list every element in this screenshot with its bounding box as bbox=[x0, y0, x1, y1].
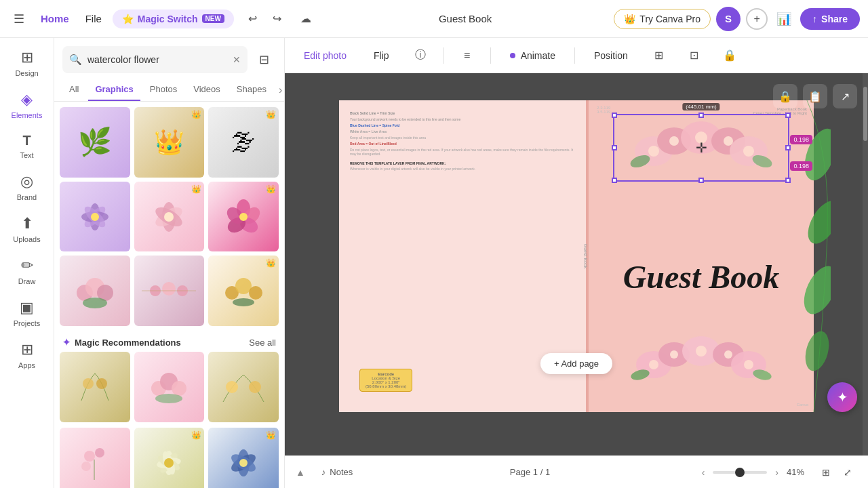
position-label: Position bbox=[594, 50, 628, 61]
premium-crown-icon: 👑 bbox=[191, 184, 201, 194]
tab-all[interactable]: All bbox=[62, 79, 85, 101]
filter-button[interactable]: ⊟ bbox=[252, 47, 276, 72]
title-area bbox=[322, 10, 608, 27]
search-clear-button[interactable]: ✕ bbox=[233, 54, 241, 65]
share-button[interactable]: ↑ Share bbox=[800, 8, 860, 30]
lock-button[interactable]: 🔒 bbox=[717, 43, 742, 68]
zoom-in-arrow[interactable]: › bbox=[772, 464, 781, 481]
element-item[interactable]: 🌫 👑 bbox=[208, 107, 279, 178]
sidebar-item-draw-label: Draw bbox=[18, 277, 36, 285]
handle-tl bbox=[612, 113, 617, 118]
add-team-button[interactable]: + bbox=[746, 8, 768, 30]
sidebar-item-draw[interactable]: ✏ Draw bbox=[5, 251, 49, 291]
sidebar-item-uploads[interactable]: ⬆ Uploads bbox=[5, 209, 49, 249]
search-input[interactable] bbox=[87, 54, 227, 65]
tab-graphics[interactable]: Graphics bbox=[88, 79, 140, 101]
svg-point-74 bbox=[797, 261, 831, 319]
sidebar-item-brand[interactable]: ◎ Brand bbox=[5, 167, 49, 207]
template-line3: White Area = Live Area bbox=[350, 129, 575, 134]
rec-item[interactable] bbox=[60, 352, 130, 422]
flip-button[interactable]: Flip bbox=[366, 46, 397, 65]
svg-point-20 bbox=[162, 282, 176, 296]
panel-search-area: 🔍 ✕ ⊟ bbox=[54, 38, 284, 79]
magic-switch-label: Magic Switch bbox=[138, 14, 198, 24]
sidebar-item-brand-label: Brand bbox=[17, 193, 37, 201]
try-pro-button[interactable]: 👑 Try Canva Pro bbox=[614, 9, 711, 29]
element-item[interactable]: 👑 bbox=[208, 428, 279, 488]
sidebar-item-apps[interactable]: ⊞ Apps bbox=[5, 336, 49, 375]
flower-top-element[interactable]: (445.01 mm) 0.198 0.198 ✛ bbox=[613, 114, 789, 182]
sidebar-item-projects-label: Projects bbox=[14, 319, 41, 327]
rec-item[interactable] bbox=[208, 352, 279, 422]
svg-point-28 bbox=[96, 378, 107, 389]
animate-button[interactable]: Animate bbox=[502, 46, 564, 65]
chevron-up-button[interactable]: ▲ bbox=[296, 467, 305, 478]
cloud-save-button[interactable]: ☁ bbox=[295, 8, 317, 30]
add-page-button[interactable]: + Add page bbox=[540, 353, 612, 374]
toolbar-strip: Edit photo Flip ⓘ ≡ Animate Position ⊞ ⊡… bbox=[285, 38, 868, 73]
lock-canvas-button[interactable]: 🔒 bbox=[773, 84, 797, 108]
guest-book-title: Guest Book bbox=[623, 258, 780, 296]
tooltip1: 0.198 bbox=[790, 135, 812, 144]
design-canvas: Black Solid Line = Trim Size Your backgr… bbox=[339, 100, 814, 412]
zoom-slider[interactable] bbox=[713, 471, 767, 474]
tab-videos[interactable]: Videos bbox=[186, 79, 227, 101]
sidebar-item-projects[interactable]: ▣ Projects bbox=[5, 293, 49, 333]
element-item[interactable]: 👑 bbox=[134, 428, 205, 488]
element-item[interactable] bbox=[134, 256, 205, 326]
spine-text: Guest Book bbox=[583, 244, 588, 269]
svg-point-32 bbox=[155, 394, 182, 403]
element-item[interactable] bbox=[60, 256, 130, 326]
element-item[interactable] bbox=[60, 428, 130, 488]
file-menu-button[interactable]: File bbox=[80, 10, 107, 27]
tabs-more-button[interactable]: › bbox=[276, 81, 284, 99]
element-item[interactable]: 🌿 bbox=[60, 107, 130, 178]
crop-button[interactable]: ⊡ bbox=[682, 43, 707, 68]
tab-shapes[interactable]: Shapes bbox=[230, 79, 273, 101]
barcode-element[interactable]: Barcode Location & Size 2.000" x 1.200" … bbox=[359, 369, 412, 392]
avatar-button[interactable]: S bbox=[716, 7, 741, 31]
sidebar-item-text[interactable]: T Text bbox=[5, 127, 49, 165]
document-title-input[interactable] bbox=[395, 10, 535, 27]
info-button[interactable]: ⓘ bbox=[408, 43, 433, 68]
flip-label: Flip bbox=[374, 50, 389, 61]
zoom-controls: ‹ › 41% bbox=[699, 464, 808, 481]
sidebar-item-elements[interactable]: ◈ Elements bbox=[5, 85, 49, 125]
sidebar-item-design[interactable]: ⊞ Design bbox=[5, 43, 49, 83]
expand-canvas-button[interactable]: ↗ bbox=[833, 84, 857, 108]
ai-assistant-button[interactable]: ✦ bbox=[827, 382, 857, 412]
see-all-button[interactable]: See all bbox=[249, 338, 276, 348]
new-badge: NEW bbox=[202, 14, 224, 23]
rec-item[interactable] bbox=[134, 352, 205, 422]
undo-button[interactable]: ↩ bbox=[242, 8, 264, 30]
edit-photo-button[interactable]: Edit photo bbox=[296, 46, 355, 65]
premium-crown-icon: 👑 bbox=[191, 110, 201, 119]
move-cursor-icon[interactable]: ✛ bbox=[696, 140, 707, 156]
bottom-bar: ▲ ♪ Notes Page 1 / 1 ‹ › 41% ⊞ ⤢ bbox=[285, 455, 868, 488]
handle-bm bbox=[698, 178, 704, 183]
copy-canvas-button[interactable]: 📋 bbox=[803, 84, 827, 108]
grid-view-button[interactable]: ⊞ bbox=[647, 43, 671, 68]
zoom-out-arrow[interactable]: ‹ bbox=[699, 464, 708, 481]
element-item[interactable] bbox=[60, 182, 130, 252]
design-icon: ⊞ bbox=[21, 49, 33, 66]
premium-crown-icon: 👑 bbox=[266, 184, 276, 194]
element-item[interactable]: 👑 bbox=[208, 256, 279, 326]
menu-button[interactable]: ≡ bbox=[455, 43, 479, 68]
grid-view-button[interactable]: ⊞ bbox=[816, 463, 835, 482]
canvas-scrollbar[interactable] bbox=[863, 73, 868, 455]
element-item[interactable]: 👑 👑 bbox=[134, 107, 205, 178]
redo-button[interactable]: ↪ bbox=[267, 8, 288, 30]
magic-switch-button[interactable]: ⭐ Magic Switch NEW bbox=[113, 9, 234, 28]
search-icon: 🔍 bbox=[69, 54, 82, 66]
analytics-button[interactable]: 📊 bbox=[773, 8, 795, 30]
flower-bottom-element[interactable] bbox=[620, 331, 783, 392]
element-item[interactable]: 👑 bbox=[208, 182, 279, 252]
notes-button[interactable]: ♪ Notes bbox=[313, 463, 361, 481]
position-button[interactable]: Position bbox=[586, 46, 636, 65]
element-item[interactable]: 👑 bbox=[134, 182, 205, 252]
tab-photos[interactable]: Photos bbox=[143, 79, 184, 101]
fullscreen-button[interactable]: ⤢ bbox=[838, 463, 857, 482]
hamburger-button[interactable]: ☰ bbox=[8, 8, 30, 30]
home-button[interactable]: Home bbox=[35, 10, 75, 27]
